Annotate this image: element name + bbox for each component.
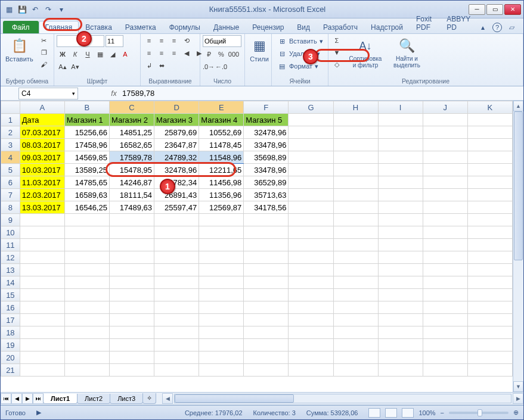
sheet-first-icon[interactable]: ⏮ <box>1 393 11 404</box>
col-header-C[interactable]: C <box>109 101 154 114</box>
cell[interactable]: 11548,96 <box>199 151 244 164</box>
row-header[interactable]: 5 <box>1 164 20 176</box>
cell[interactable] <box>378 276 423 289</box>
cell[interactable]: 14851,25 <box>109 126 154 139</box>
row-header[interactable]: 18 <box>1 326 20 339</box>
row-header[interactable]: 7 <box>1 189 20 201</box>
cell[interactable] <box>423 114 467 126</box>
cell[interactable] <box>289 276 333 289</box>
cell[interactable] <box>199 364 244 377</box>
cell[interactable] <box>423 314 467 326</box>
col-header-E[interactable]: E <box>199 101 244 114</box>
cell[interactable] <box>109 314 154 326</box>
insert-cells-button[interactable]: ⊞ Вставить ▾ <box>274 35 326 47</box>
col-header-B[interactable]: B <box>64 101 109 114</box>
cell[interactable]: 14569,85 <box>64 151 109 164</box>
cell[interactable] <box>378 114 423 126</box>
tab-formulas[interactable]: Формулы <box>163 21 207 33</box>
cell[interactable] <box>64 326 109 339</box>
font-family-select[interactable] <box>57 35 104 47</box>
cell[interactable] <box>20 214 64 226</box>
cell[interactable]: 33478,96 <box>244 139 289 151</box>
cell[interactable]: Магазин 5 <box>244 114 289 126</box>
cell[interactable] <box>378 289 423 301</box>
cell[interactable] <box>467 201 512 214</box>
cell[interactable]: 11356,96 <box>199 189 244 201</box>
scroll-thumb[interactable] <box>514 111 523 260</box>
align-top-icon[interactable]: ≡ <box>143 35 155 46</box>
cell[interactable] <box>333 176 378 189</box>
cell[interactable] <box>378 201 423 214</box>
cell[interactable] <box>467 326 512 339</box>
format-painter-icon[interactable]: 🖌 <box>38 59 50 70</box>
cell[interactable] <box>289 364 333 377</box>
merge-icon[interactable]: ⬌ <box>156 60 168 71</box>
cell[interactable]: 25879,69 <box>154 126 199 139</box>
cell[interactable] <box>64 364 109 377</box>
cell[interactable] <box>378 151 423 164</box>
cell[interactable] <box>333 201 378 214</box>
cell[interactable] <box>244 364 289 377</box>
tab-developer[interactable]: Разработч <box>317 21 364 33</box>
align-left-icon[interactable]: ≡ <box>143 48 155 58</box>
cell[interactable]: 32478,96 <box>154 164 199 176</box>
help-icon[interactable]: ? <box>492 23 502 32</box>
cell[interactable] <box>467 351 512 364</box>
cell[interactable] <box>20 339 64 351</box>
cell[interactable] <box>378 326 423 339</box>
cell[interactable] <box>378 301 423 314</box>
row-header[interactable]: 12 <box>1 251 20 264</box>
row-header[interactable]: 4 <box>1 151 20 164</box>
cell[interactable] <box>333 239 378 251</box>
cell[interactable]: Магазин 2 <box>109 114 154 126</box>
comma-icon[interactable]: 000 <box>228 49 240 60</box>
cell[interactable] <box>244 301 289 314</box>
border-icon[interactable]: ▦ <box>94 49 106 60</box>
ribbon-options-icon[interactable]: ▱ <box>506 21 517 33</box>
cell[interactable] <box>64 301 109 314</box>
tab-home[interactable]: Главная <box>39 21 79 33</box>
cell[interactable] <box>467 189 512 201</box>
cell[interactable]: 17458,96 <box>64 139 109 151</box>
cell[interactable]: 32478,96 <box>244 126 289 139</box>
tab-file[interactable]: Файл <box>3 21 39 33</box>
cell[interactable] <box>20 226 64 239</box>
row-header[interactable]: 10 <box>1 226 20 239</box>
cell[interactable]: 16582,65 <box>109 139 154 151</box>
delete-cells-button[interactable]: ⊟ Удалить ▾ <box>274 48 323 60</box>
cell[interactable] <box>378 251 423 264</box>
cell[interactable] <box>199 314 244 326</box>
cell[interactable] <box>289 339 333 351</box>
autosum-icon[interactable]: Σ <box>331 35 343 46</box>
orientation-icon[interactable]: ⟲ <box>181 35 193 46</box>
align-bottom-icon[interactable]: ≡ <box>168 35 180 46</box>
cell[interactable] <box>423 189 467 201</box>
cell[interactable] <box>289 214 333 226</box>
cell[interactable]: 13.03.2017 <box>20 201 64 214</box>
inc-decimal-icon[interactable]: .0→ <box>203 61 215 72</box>
cell[interactable] <box>20 264 64 276</box>
cell[interactable] <box>154 226 199 239</box>
cell[interactable] <box>423 226 467 239</box>
zoom-in-icon[interactable]: ⊕ <box>513 409 519 416</box>
row-header[interactable]: 15 <box>1 289 20 301</box>
close-button[interactable]: ✕ <box>504 4 521 15</box>
cell[interactable] <box>423 151 467 164</box>
styles-button[interactable]: ▦ Стили <box>247 35 271 64</box>
cell[interactable] <box>244 251 289 264</box>
cell[interactable] <box>109 289 154 301</box>
col-header-G[interactable]: G <box>289 101 333 114</box>
cell[interactable] <box>244 326 289 339</box>
cell[interactable] <box>289 201 333 214</box>
col-header-K[interactable]: K <box>467 101 512 114</box>
row-header[interactable]: 17 <box>1 314 20 326</box>
cell[interactable] <box>467 264 512 276</box>
cell[interactable] <box>467 289 512 301</box>
cell[interactable] <box>244 339 289 351</box>
cell[interactable] <box>244 276 289 289</box>
cell[interactable] <box>64 276 109 289</box>
cell[interactable] <box>289 176 333 189</box>
cell[interactable] <box>289 326 333 339</box>
cell[interactable] <box>244 239 289 251</box>
row-header[interactable]: 16 <box>1 301 20 314</box>
